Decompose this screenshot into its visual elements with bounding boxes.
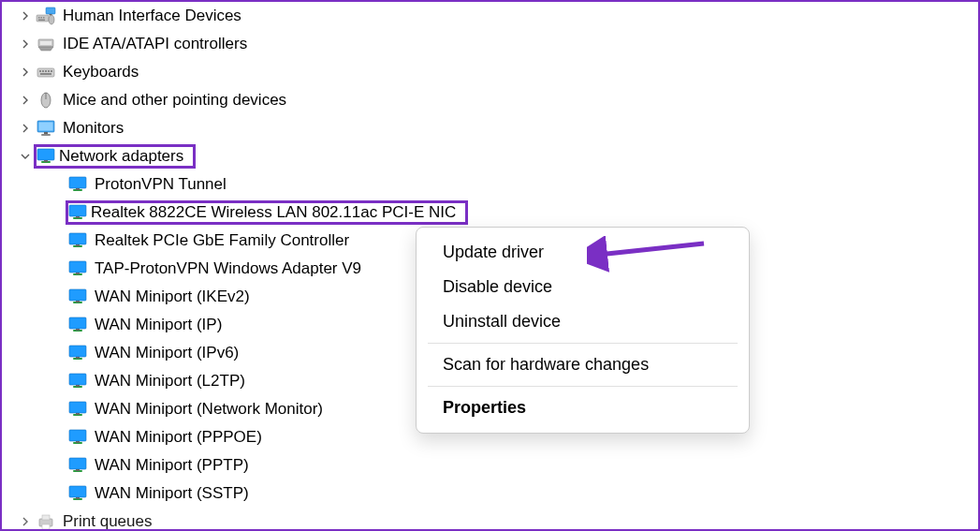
category-label: Mice and other pointing devices	[60, 91, 289, 110]
adapter-label: ProtonVPN Tunnel	[92, 175, 229, 194]
network-adapter-icon	[67, 287, 88, 307]
svg-rect-28	[42, 515, 50, 520]
ide-icon	[36, 34, 56, 54]
category-label: Keyboards	[60, 63, 141, 81]
network-adapter-icon	[67, 371, 88, 391]
category-mice[interactable]: Mice and other pointing devices	[19, 86, 978, 114]
network-adapter-icon	[67, 343, 88, 363]
hid-icon	[36, 6, 56, 26]
category-label: IDE ATA/ATAPI controllers	[60, 35, 250, 53]
menu-disable-device[interactable]: Disable device	[417, 270, 749, 304]
chevron-right-icon[interactable]	[19, 67, 32, 77]
adapter-label: Realtek 8822CE Wireless LAN 802.11ac PCI…	[88, 203, 459, 222]
context-menu: Update driver Disable device Uninstall d…	[416, 227, 750, 434]
adapter-label: WAN Miniport (IKEv2)	[92, 288, 253, 306]
network-adapter-icon	[36, 146, 56, 167]
category-hid[interactable]: Human Interface Devices	[19, 2, 978, 30]
network-adapter-icon	[67, 202, 88, 223]
network-adapter-icon	[67, 315, 88, 335]
adapter-item[interactable]: WAN Miniport (SSTP)	[19, 479, 978, 508]
network-adapter-icon	[67, 258, 88, 279]
adapter-label: WAN Miniport (L2TP)	[92, 372, 248, 391]
adapter-label: WAN Miniport (IP)	[92, 316, 225, 334]
menu-uninstall-device[interactable]: Uninstall device	[417, 304, 749, 339]
category-label: Print queues	[60, 512, 154, 531]
menu-update-driver[interactable]: Update driver	[417, 235, 749, 270]
chevron-right-icon[interactable]	[19, 39, 32, 49]
network-adapter-icon	[67, 399, 88, 420]
adapter-label: WAN Miniport (IPv6)	[92, 344, 241, 362]
adapter-label: WAN Miniport (PPPOE)	[92, 428, 265, 447]
printer-icon	[36, 511, 56, 531]
adapter-item[interactable]: WAN Miniport (PPTP)	[19, 451, 978, 479]
category-network-adapters[interactable]: Network adapters	[19, 142, 978, 170]
category-label: Network adapters	[56, 147, 186, 166]
adapter-label: WAN Miniport (SSTP)	[92, 484, 252, 503]
svg-rect-29	[42, 524, 50, 529]
category-ide[interactable]: IDE ATA/ATAPI controllers	[19, 30, 978, 58]
category-label: Human Interface Devices	[60, 7, 244, 25]
category-label: Monitors	[60, 119, 126, 138]
network-adapter-icon	[67, 455, 88, 476]
network-adapter-icon	[67, 230, 88, 251]
network-adapter-icon	[67, 174, 88, 195]
mouse-icon	[36, 90, 56, 111]
chevron-right-icon[interactable]	[19, 96, 32, 105]
adapter-label: WAN Miniport (PPTP)	[92, 456, 252, 475]
category-print-queues[interactable]: Print queues	[19, 508, 978, 531]
adapter-item-selected[interactable]: Realtek 8822CE Wireless LAN 802.11ac PCI…	[19, 199, 978, 227]
adapter-item[interactable]: ProtonVPN Tunnel	[19, 170, 978, 199]
network-adapter-icon	[67, 427, 88, 448]
menu-properties[interactable]: Properties	[417, 391, 749, 425]
chevron-down-icon[interactable]	[19, 152, 32, 161]
chevron-right-icon[interactable]	[19, 124, 32, 133]
adapter-label: Realtek PCIe GbE Family Controller	[92, 231, 352, 250]
monitor-icon	[36, 118, 56, 139]
category-keyboards[interactable]: Keyboards	[19, 58, 978, 86]
chevron-right-icon[interactable]	[19, 11, 32, 21]
category-monitors[interactable]: Monitors	[19, 114, 978, 142]
adapter-label: TAP-ProtonVPN Windows Adapter V9	[92, 259, 364, 278]
network-adapter-icon	[67, 483, 88, 504]
menu-separator	[428, 343, 738, 344]
menu-scan-hardware[interactable]: Scan for hardware changes	[417, 347, 749, 382]
chevron-right-icon[interactable]	[19, 517, 32, 526]
menu-separator	[428, 386, 738, 387]
adapter-label: WAN Miniport (Network Monitor)	[92, 400, 326, 419]
keyboard-icon	[36, 62, 56, 82]
